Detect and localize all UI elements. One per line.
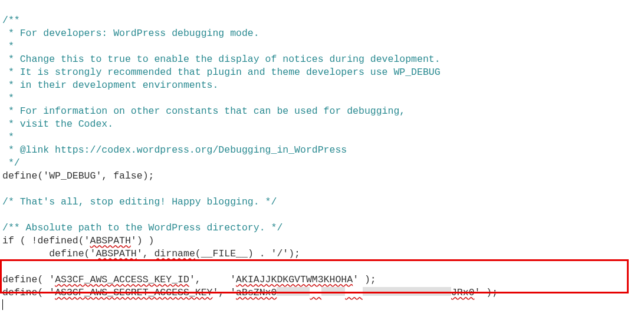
redacted-secret [363,287,451,296]
code-editor[interactable]: /** * For developers: WordPress debuggin… [0,0,644,320]
redacted-secret [321,287,345,296]
if-abspath-line: if ( !defined('ABSPATH') ) [2,235,154,246]
define-abspath-line: define('ABSPATH', dirname(__FILE__) . '/… [2,248,300,259]
block-comment: /** * For developers: WordPress debuggin… [2,15,441,169]
redacted-secret [277,287,310,296]
abspath-comment: /** Absolute path to the WordPress direc… [2,222,282,233]
stop-editing-comment: /* That's all, stop editing! Happy blogg… [2,196,277,207]
define-wp-debug: define('WP_DEBUG', false); [2,170,154,182]
text-cursor [2,299,3,310]
define-aws-secret-line: define( 'AS3CF_AWS_SECRET_ACCESS_KEY', '… [2,287,498,298]
define-aws-key-line: define( 'AS3CF_AWS_ACCESS_KEY_ID', 'AKIA… [2,274,376,285]
